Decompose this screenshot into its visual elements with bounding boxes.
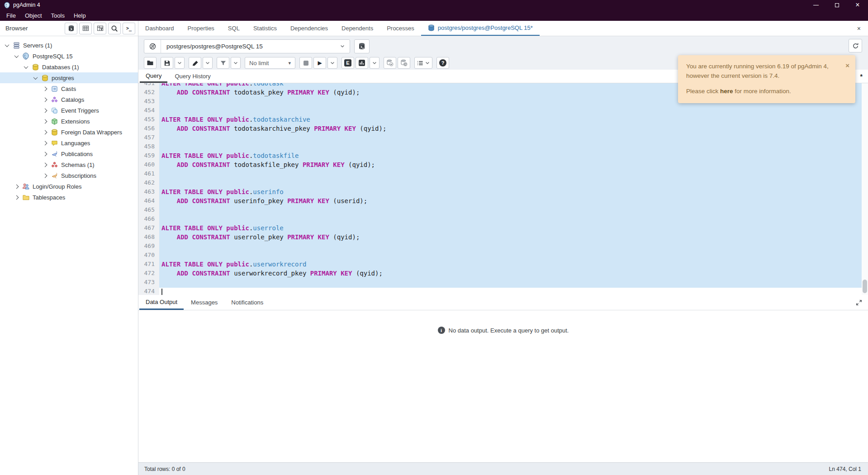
execute-button[interactable]: ▶ — [313, 57, 326, 69]
tree-item-databases[interactable]: Databases (1) — [0, 62, 138, 72]
menu-tools[interactable]: Tools — [47, 12, 69, 19]
expand-chevron-icon[interactable] — [43, 141, 47, 145]
connection-status-icon[interactable] — [144, 40, 161, 53]
tree-item-catalogs[interactable]: Catalogs — [0, 94, 138, 105]
edit-button[interactable] — [189, 57, 201, 69]
tree-item-foreign-data-wrappers[interactable]: Foreign Data Wrappers — [0, 127, 138, 138]
collapse-chevron-icon[interactable] — [14, 53, 19, 58]
menu-help[interactable]: Help — [69, 12, 90, 19]
expand-panel-icon[interactable] — [850, 295, 868, 310]
editor-scrollbar[interactable] — [862, 83, 868, 295]
save-button[interactable] — [161, 57, 173, 69]
collapse-chevron-icon[interactable] — [24, 64, 28, 69]
output-tab-data-output[interactable]: Data Output — [139, 295, 184, 310]
tree-item-schemas[interactable]: Schemas (1) — [0, 159, 138, 170]
macros-button[interactable] — [414, 57, 432, 69]
rollback-button[interactable] — [398, 57, 410, 69]
tree-item-subscriptions[interactable]: Subscriptions — [0, 170, 138, 181]
folder-icon — [147, 59, 154, 66]
explain-menu-button[interactable] — [370, 57, 379, 69]
tree-item-servers[interactable]: Servers (1) — [0, 40, 138, 51]
open-file-button[interactable] — [144, 57, 157, 69]
panel-more-icon[interactable]: * — [855, 70, 868, 83]
explain-analyze-button[interactable] — [356, 57, 368, 69]
code-line: ALTER TABLE ONLY public.todotaskfile — [159, 152, 862, 161]
expand-chevron-icon[interactable] — [43, 86, 47, 91]
edit-menu-button[interactable] — [203, 57, 213, 69]
line-number: 465 — [138, 206, 159, 215]
new-query-tool-button[interactable] — [354, 39, 370, 53]
explain-button[interactable]: E — [342, 57, 354, 69]
total-rows-status: Total rows: 0 of 0 — [138, 466, 185, 472]
cancel-query-button[interactable] — [299, 57, 312, 69]
search-objects-button[interactable] — [108, 23, 121, 34]
sql-editor[interactable]: 4514524534544554564574584594604614624634… — [138, 83, 868, 295]
here-link[interactable]: here — [720, 88, 733, 95]
execute-menu-button[interactable] — [327, 57, 337, 69]
menu-file[interactable]: File — [2, 12, 20, 19]
help-button[interactable]: ? — [436, 57, 449, 69]
subtab-query[interactable]: Query — [140, 70, 167, 83]
expand-chevron-icon[interactable] — [43, 130, 47, 134]
tab-sql[interactable]: SQL — [221, 21, 247, 36]
query-tool-button[interactable] — [65, 23, 77, 34]
expand-chevron-icon[interactable] — [43, 119, 47, 124]
text-cursor — [161, 289, 162, 295]
tree-item-casts[interactable]: Casts — [0, 83, 138, 94]
connection-select[interactable]: postgres/postgres@PostgreSQL 15 — [161, 40, 335, 53]
tree-item-event-triggers[interactable]: Event Triggers — [0, 105, 138, 116]
collapse-chevron-icon[interactable] — [5, 43, 9, 47]
tree-item-label: Publications — [61, 151, 93, 157]
database-icon — [41, 74, 48, 81]
view-data-button[interactable] — [79, 23, 92, 34]
refresh-layout-button[interactable] — [849, 39, 862, 52]
roles-icon — [22, 183, 29, 190]
minimize-button[interactable]: — — [806, 0, 826, 10]
expand-chevron-icon[interactable] — [14, 184, 19, 189]
close-window-button[interactable]: × — [847, 0, 868, 10]
tree-item-publications[interactable]: Publications — [0, 148, 138, 159]
expand-chevron-icon[interactable] — [43, 108, 47, 113]
code-line — [159, 252, 862, 261]
tab-dependents[interactable]: Dependents — [335, 21, 380, 36]
output-tab-notifications[interactable]: Notifications — [225, 295, 270, 310]
chevron-down-icon[interactable] — [335, 40, 350, 53]
psql-tool-button[interactable]: >_ — [123, 23, 135, 34]
editor-code: ALTER TABLE ONLY public.todotask ADD CON… — [159, 83, 862, 295]
expand-chevron-icon[interactable] — [43, 162, 47, 167]
toast-close-icon[interactable]: × — [845, 60, 849, 71]
expand-chevron-icon[interactable] — [14, 195, 19, 200]
tree-item-languages[interactable]: Languages — [0, 138, 138, 148]
close-tab-icon[interactable]: × — [850, 21, 868, 36]
menu-object[interactable]: Object — [20, 12, 47, 19]
tree-item-postgresql-15[interactable]: PostgreSQL 15 — [0, 51, 138, 62]
tree-item-tablespaces[interactable]: Tablespaces — [0, 192, 138, 203]
tab-processes[interactable]: Processes — [380, 21, 421, 36]
commit-button[interactable] — [384, 57, 396, 69]
tab-properties[interactable]: Properties — [181, 21, 221, 36]
expand-chevron-icon[interactable] — [43, 152, 47, 156]
tab-query-tool-active[interactable]: postgres/postgres@PostgreSQL 15* — [421, 21, 540, 36]
line-number: 455 — [138, 116, 159, 125]
expand-chevron-icon[interactable] — [43, 97, 47, 102]
subtab-query-history[interactable]: Query History — [169, 70, 216, 83]
tab-dashboard[interactable]: Dashboard — [138, 21, 181, 36]
tree-item-postgres[interactable]: postgres — [0, 72, 138, 83]
explain-icon: E — [344, 59, 351, 66]
filtered-rows-button[interactable] — [94, 23, 106, 34]
filter-button[interactable] — [217, 57, 229, 69]
tab-dependencies[interactable]: Dependencies — [284, 21, 335, 36]
filtered-rows-icon — [97, 25, 104, 32]
tab-statistics[interactable]: Statistics — [247, 21, 284, 36]
tree-item-extensions[interactable]: Extensions — [0, 116, 138, 127]
scrollbar-thumb[interactable] — [863, 280, 867, 293]
save-menu-button[interactable] — [175, 57, 185, 69]
row-limit-select[interactable]: No limit ▾ — [245, 57, 295, 69]
output-tab-messages[interactable]: Messages — [185, 295, 224, 310]
tree-item-login-group-roles[interactable]: Login/Group Roles — [0, 181, 138, 192]
filter-menu-button[interactable] — [231, 57, 241, 69]
data-output-panel: i No data output. Execute a query to get… — [138, 310, 868, 462]
expand-chevron-icon[interactable] — [43, 173, 47, 178]
collapse-chevron-icon[interactable] — [33, 75, 38, 80]
maximize-button[interactable] — [826, 0, 847, 10]
